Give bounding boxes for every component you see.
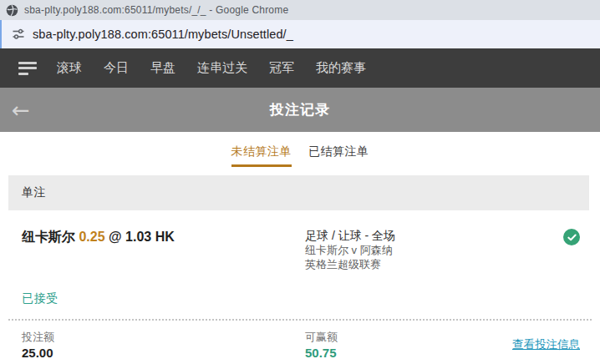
- nav-item-inplay[interactable]: 滚球: [57, 60, 82, 76]
- win-column: 可赢额 50.75: [305, 330, 512, 361]
- bet-league: 英格兰超级联赛: [305, 257, 557, 271]
- section-title: 单注: [22, 185, 46, 200]
- sports-navbar: 滚球 今日 早盘 连串过关 冠军 我的赛事: [0, 48, 600, 88]
- stake-column: 投注额 25.00: [22, 330, 305, 361]
- nav-item-early[interactable]: 早盘: [150, 60, 175, 76]
- nav-item-parlay[interactable]: 连串过关: [197, 60, 247, 76]
- tune-icon[interactable]: [12, 28, 25, 41]
- bet-odds-format: HK: [155, 230, 175, 244]
- nav-item-today[interactable]: 今日: [104, 60, 129, 76]
- tab-unsettled[interactable]: 未结算注单: [231, 144, 292, 167]
- bet-card: 纽卡斯尔 0.25 @ 1.03 HK 足球 / 让球 - 全场 纽卡斯尔 v …: [0, 210, 600, 364]
- bet-odds: 1.03: [125, 230, 151, 244]
- bet-tabs: 未结算注单 已结算注单: [0, 132, 600, 175]
- bet-match: 纽卡斯尔 v 阿森纳: [305, 243, 557, 257]
- globe-favicon-icon: [6, 4, 18, 17]
- window-titlebar: sba-plty.poly188.com:65011/mybets/_/_ - …: [0, 0, 600, 20]
- stake-value: 25.00: [22, 345, 305, 361]
- view-bet-details-link[interactable]: 查看投注信息: [512, 337, 580, 352]
- bet-footer-row: 投注额 25.00 可赢额 50.75 查看投注信息: [0, 321, 600, 361]
- win-label: 可赢额: [305, 330, 512, 345]
- stake-label: 投注额: [22, 330, 305, 345]
- bet-at-symbol: @: [109, 230, 122, 244]
- bet-handicap: 0.25: [79, 230, 104, 244]
- window-title: sba-plty.poly188.com:65011/mybets/_/_ - …: [24, 4, 288, 16]
- bet-market: 足球 / 让球 - 全场: [305, 229, 557, 243]
- nav-items: 滚球 今日 早盘 连串过关 冠军 我的赛事: [57, 60, 366, 76]
- url-text[interactable]: sba-plty.poly188.com:65011/mybets/Unsett…: [33, 28, 293, 41]
- address-bar[interactable]: sba-plty.poly188.com:65011/mybets/Unsett…: [0, 20, 600, 48]
- check-circle-icon: [563, 229, 580, 245]
- nav-item-my-events[interactable]: 我的赛事: [316, 60, 366, 76]
- section-bar-single-bet: 单注: [8, 175, 589, 210]
- bet-selection-name: 纽卡斯尔: [22, 230, 75, 244]
- back-arrow-icon[interactable]: ←: [12, 99, 30, 121]
- bet-main-row: 纽卡斯尔 0.25 @ 1.03 HK 足球 / 让球 - 全场 纽卡斯尔 v …: [0, 210, 600, 271]
- nav-item-outright[interactable]: 冠军: [269, 60, 294, 76]
- bet-event-info: 足球 / 让球 - 全场 纽卡斯尔 v 阿森纳 英格兰超级联赛: [305, 229, 557, 271]
- bet-selection-line: 纽卡斯尔 0.25 @ 1.03 HK: [22, 229, 305, 271]
- browser-window: sba-plty.poly188.com:65011/mybets/_/_ - …: [0, 0, 600, 364]
- page-header: ← 投注记录: [0, 88, 600, 132]
- hamburger-menu-icon[interactable]: [18, 62, 37, 75]
- win-value: 50.75: [305, 345, 512, 361]
- page-title: 投注记录: [0, 100, 600, 119]
- tab-settled[interactable]: 已结算注单: [308, 144, 369, 167]
- bet-status-accepted: 已接受: [0, 291, 600, 306]
